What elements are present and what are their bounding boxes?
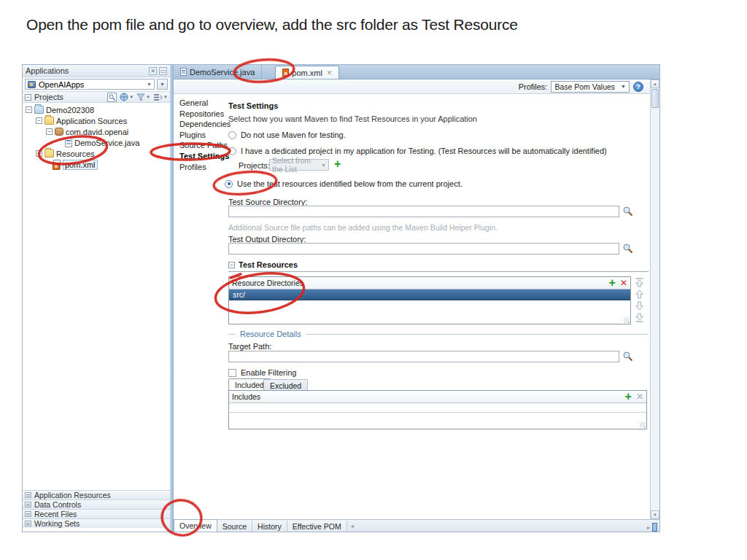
panel-minimize-icon[interactable]: ▭ xyxy=(159,67,167,75)
expand-collapse-icon[interactable]: − xyxy=(36,150,42,157)
test-output-directory-input[interactable] xyxy=(228,243,619,254)
expand-collapse-icon[interactable]: − xyxy=(26,106,32,113)
tab-scroll-controls: ▸ xyxy=(647,523,659,532)
tree-item-label: DemoService.java xyxy=(74,139,139,147)
radio-use-current-project[interactable]: Use the test resources identified below … xyxy=(225,179,462,188)
editor-vertical-scrollbar[interactable]: ▲ ▼ xyxy=(650,79,659,519)
folder-icon xyxy=(44,149,54,158)
resize-grip[interactable] xyxy=(624,317,630,323)
applications-panel-header: Applications ✕ ▭ xyxy=(23,65,170,77)
tree-item-pom[interactable]: pom.xml xyxy=(53,159,98,170)
includes-table[interactable]: Includes + ✕ xyxy=(228,390,647,429)
checkbox-icon xyxy=(228,369,236,377)
navigator-display-options-icon[interactable]: ▼ xyxy=(120,93,133,101)
expand-collapse-icon[interactable]: − xyxy=(46,128,53,135)
radio-label: I have a dedicated project in my applica… xyxy=(241,147,607,155)
applications-navigator: Applications ✕ ▭ OpenAIApps ▼ ▼ − Projec… xyxy=(23,65,170,532)
pom-file-icon xyxy=(282,69,289,77)
nav-item-repositories[interactable]: Repositories xyxy=(179,109,228,120)
accordion-icon xyxy=(25,492,31,498)
expand-collapse-icon[interactable]: − xyxy=(36,117,42,124)
tree-item-label: Application Sources xyxy=(56,117,127,125)
column-header: Includes xyxy=(232,392,260,401)
resource-directories-table[interactable]: Resource Directories + ✕ src/ xyxy=(228,276,631,324)
chevron-down-icon: ▼ xyxy=(147,82,152,87)
tree-item-label: Resources xyxy=(56,149,95,158)
accordion-working-sets[interactable]: Working Sets xyxy=(23,518,170,528)
accordion-icon xyxy=(25,502,31,508)
tree-item-resources[interactable]: − Resources xyxy=(36,148,95,159)
tree-item-label: com.david.openai xyxy=(66,128,128,136)
profiles-label: Profiles: xyxy=(519,82,548,91)
scrollbar-thumb[interactable] xyxy=(651,89,659,108)
tab-scroll-right-icon[interactable]: ▸ xyxy=(647,524,650,531)
radio-icon xyxy=(228,147,236,155)
view-tab-source[interactable]: Source xyxy=(217,521,252,532)
add-project-icon[interactable]: + xyxy=(334,159,341,169)
browse-search-icon[interactable] xyxy=(622,243,633,254)
panel-close-icon[interactable]: ✕ xyxy=(149,67,157,75)
enable-filtering-checkbox[interactable]: Enable Filtering xyxy=(228,368,296,377)
scroll-up-icon[interactable]: ▲ xyxy=(651,79,659,88)
close-icon[interactable]: ✕ xyxy=(327,69,333,77)
accordion-application-resources[interactable]: Application Resources xyxy=(23,490,170,499)
remove-resource-icon[interactable]: ✕ xyxy=(620,278,627,288)
move-top-icon[interactable] xyxy=(635,278,644,287)
tree-item-project[interactable]: − Demo202308 xyxy=(26,104,94,115)
nav-item-plugins[interactable]: Plugins xyxy=(179,130,228,141)
move-down-icon[interactable] xyxy=(635,301,644,311)
view-tab-history[interactable]: History xyxy=(252,521,287,532)
tab-excluded[interactable]: Excluded xyxy=(263,379,308,391)
tab-label: Effective POM xyxy=(293,522,341,531)
search-icon[interactable] xyxy=(107,93,117,102)
test-resources-section-header[interactable]: − Test Resources xyxy=(228,260,649,272)
application-menu-button[interactable]: ▼ xyxy=(157,79,168,90)
editor-tabstrip: DemoService.java pom.xml ✕ xyxy=(174,65,659,79)
browse-search-icon[interactable] xyxy=(622,351,633,362)
help-icon[interactable]: ? xyxy=(633,82,643,92)
view-tab-effective-pom[interactable]: Effective POM xyxy=(287,521,347,532)
target-path-input[interactable] xyxy=(228,351,619,362)
tree-item-java-file[interactable]: DemoService.java xyxy=(65,137,139,148)
accordion-recent-files[interactable]: Recent Files xyxy=(23,509,170,518)
radio-dedicated-project[interactable]: I have a dedicated project in my applica… xyxy=(228,147,607,155)
nav-item-source-paths[interactable]: Source Paths xyxy=(179,140,228,151)
nav-item-test-settings[interactable]: Test Settings xyxy=(179,151,228,162)
includes-empty-row[interactable] xyxy=(229,403,646,413)
target-path-label: Target Path: xyxy=(228,342,271,351)
move-up-icon[interactable] xyxy=(635,289,644,299)
nav-item-dependencies[interactable]: Dependencies xyxy=(179,119,228,130)
application-selector[interactable]: OpenAIApps ▼ xyxy=(25,79,155,90)
nav-item-general[interactable]: General xyxy=(179,98,228,109)
resource-directories-header: Resource Directories + ✕ xyxy=(229,277,630,289)
tab-scroll-thumb[interactable] xyxy=(652,523,657,532)
nav-item-profiles[interactable]: Profiles xyxy=(179,162,228,173)
projects-collapse-icon[interactable]: − xyxy=(25,94,31,101)
tab-label: pom.xml xyxy=(292,69,322,77)
test-source-directory-input[interactable] xyxy=(228,206,619,217)
tab-demoservice[interactable]: DemoService.java xyxy=(174,65,262,79)
browse-search-icon[interactable] xyxy=(622,206,633,217)
accordion-label: Working Sets xyxy=(34,519,80,528)
profiles-selector-value: Base Pom Values xyxy=(554,82,615,91)
tab-scroll-left-icon[interactable]: ◂ xyxy=(351,523,354,529)
scroll-down-icon[interactable]: ▼ xyxy=(651,510,659,519)
tab-pom[interactable]: pom.xml ✕ xyxy=(275,66,339,79)
add-resource-icon[interactable]: + xyxy=(609,278,616,288)
collapse-icon[interactable]: − xyxy=(228,262,235,268)
resize-grip[interactable] xyxy=(640,422,646,428)
radio-no-maven[interactable]: Do not use Maven for testing. xyxy=(228,131,346,139)
filter-icon[interactable]: ▼ xyxy=(136,93,150,101)
sort-options-icon[interactable]: ▼ xyxy=(153,93,168,101)
move-bottom-icon[interactable] xyxy=(635,313,644,322)
resource-row-selected[interactable]: src/ xyxy=(229,289,630,300)
projects-selector-disabled: Select from the List ▼ xyxy=(269,159,329,171)
profiles-selector[interactable]: Base Pom Values ▼ xyxy=(551,81,630,93)
view-tab-overview[interactable]: Overview xyxy=(174,519,217,532)
tree-item-package[interactable]: − com.david.openai xyxy=(46,126,128,137)
tree-item-application-sources[interactable]: − Application Sources xyxy=(36,115,127,126)
accordion-data-controls[interactable]: Data Controls xyxy=(23,499,170,509)
resource-details-legend: Resource Details xyxy=(228,330,649,338)
editor-area: DemoService.java pom.xml ✕ Profiles: Bas… xyxy=(174,65,659,532)
add-include-icon[interactable]: + xyxy=(625,392,632,402)
